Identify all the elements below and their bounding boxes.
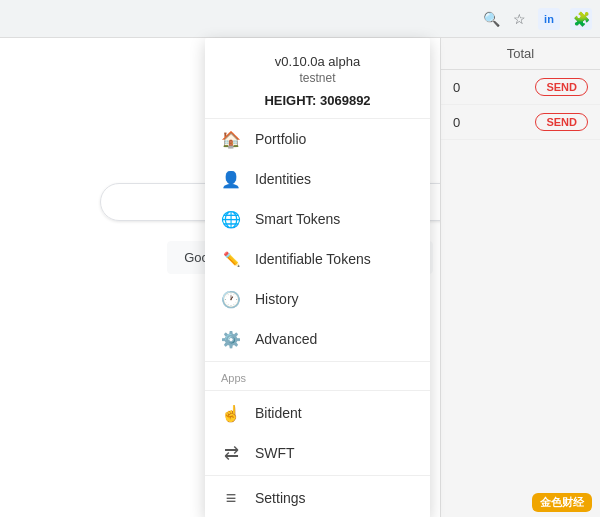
dropdown-header: v0.10.0a alpha testnet HEIGHT: 3069892	[205, 38, 430, 119]
menu-item-history[interactable]: 🕐 History	[205, 279, 430, 319]
main-content: Google Google Search I'm Feeling Lucky G…	[0, 38, 600, 517]
identifiable-tokens-label: Identifiable Tokens	[255, 251, 371, 267]
height-text: HEIGHT: 3069892	[217, 93, 418, 108]
right-panel-row-2: 0 SEND	[441, 105, 600, 140]
menu-item-advanced[interactable]: ⚙️ Advanced	[205, 319, 430, 359]
chrome-toolbar: 🔍 ☆ in 🧩	[0, 0, 600, 38]
menu-item-swft[interactable]: ⇄ SWFT	[205, 433, 430, 473]
menu-divider-apps-2	[205, 390, 430, 391]
star-icon[interactable]: ☆	[510, 10, 528, 28]
menu-item-bitident[interactable]: ☝️ Bitident	[205, 393, 430, 433]
menu-item-smart-tokens[interactable]: 🌐 Smart Tokens	[205, 199, 430, 239]
menu-item-identifiable-tokens[interactable]: ✏️ Identifiable Tokens	[205, 239, 430, 279]
right-panel-row-1: 0 SEND	[441, 70, 600, 105]
extension-puzzle-icon[interactable]: 🧩	[570, 8, 592, 30]
right-panel-header: Total	[441, 38, 600, 70]
menu-item-settings[interactable]: ≡ Settings	[205, 478, 430, 517]
menu-divider-settings	[205, 475, 430, 476]
portfolio-label: Portfolio	[255, 131, 306, 147]
menu-divider-apps	[205, 361, 430, 362]
advanced-label: Advanced	[255, 331, 317, 347]
identities-label: Identities	[255, 171, 311, 187]
identities-icon: 👤	[221, 169, 241, 189]
history-icon: 🕐	[221, 289, 241, 309]
network-text: testnet	[217, 71, 418, 85]
identifiable-tokens-icon: ✏️	[221, 249, 241, 269]
bitident-icon: ☝️	[221, 403, 241, 423]
section-apps-label: Apps	[205, 364, 430, 388]
menu-item-portfolio[interactable]: 🏠 Portfolio	[205, 119, 430, 159]
swft-label: SWFT	[255, 445, 295, 461]
send-button-2[interactable]: SEND	[535, 113, 588, 131]
portfolio-icon: 🏠	[221, 129, 241, 149]
menu-item-identities[interactable]: 👤 Identities	[205, 159, 430, 199]
finance-badge: 金色财经	[532, 493, 592, 512]
send-button-1[interactable]: SEND	[535, 78, 588, 96]
right-panel: Total 0 SEND 0 SEND	[440, 38, 600, 517]
smart-tokens-label: Smart Tokens	[255, 211, 340, 227]
search-icon[interactable]: 🔍	[482, 10, 500, 28]
advanced-icon: ⚙️	[221, 329, 241, 349]
swft-icon: ⇄	[221, 443, 241, 463]
version-text: v0.10.0a alpha	[217, 54, 418, 69]
dropdown-menu: v0.10.0a alpha testnet HEIGHT: 3069892 🏠…	[205, 38, 430, 517]
smart-tokens-icon: 🌐	[221, 209, 241, 229]
bitident-label: Bitident	[255, 405, 302, 421]
settings-icon: ≡	[221, 488, 241, 508]
extension-in-icon[interactable]: in	[538, 8, 560, 30]
history-label: History	[255, 291, 299, 307]
row-2-value: 0	[453, 115, 460, 130]
row-1-value: 0	[453, 80, 460, 95]
settings-label: Settings	[255, 490, 306, 506]
